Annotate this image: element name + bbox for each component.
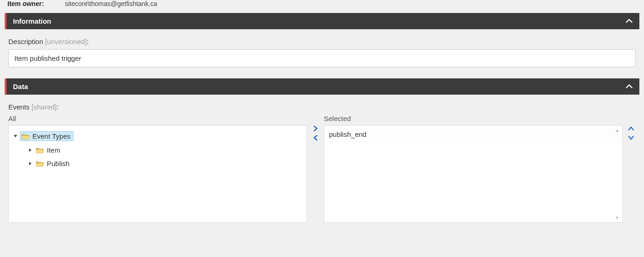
tree-node: Publish bbox=[27, 158, 303, 169]
section-body-information: Description [unversioned]: bbox=[5, 29, 639, 78]
description-label-text: Description bbox=[8, 38, 43, 45]
section-body-data: Events [shared]: All bbox=[5, 95, 639, 234]
all-listbox[interactable]: Event Types Item Publish bbox=[8, 125, 307, 223]
events-meta: [shared] bbox=[32, 103, 57, 111]
move-left-button[interactable] bbox=[313, 135, 318, 141]
events-dual-list: All bbox=[8, 115, 636, 223]
tree-node-inner[interactable]: Publish bbox=[35, 159, 72, 168]
selected-list: publish_end bbox=[324, 126, 622, 143]
tree-children: Item Publish bbox=[13, 145, 303, 169]
chevron-up-icon bbox=[625, 18, 633, 25]
reorder-buttons bbox=[626, 115, 636, 223]
chevron-up-icon bbox=[625, 83, 633, 90]
folder-icon bbox=[36, 147, 44, 154]
all-column-label: All bbox=[8, 115, 307, 122]
colon: : bbox=[57, 103, 58, 111]
tree-node-label: Publish bbox=[47, 160, 69, 167]
events-field-label: Events [shared]: bbox=[8, 103, 636, 111]
scroll-up-icon[interactable]: ▲ bbox=[614, 128, 620, 133]
tree-collapse-icon[interactable] bbox=[13, 134, 18, 139]
description-meta: [unversioned] bbox=[45, 38, 87, 45]
tree-node-root: Event Types bbox=[13, 130, 303, 142]
folder-icon bbox=[36, 160, 44, 167]
move-up-button[interactable] bbox=[628, 126, 634, 132]
colon: : bbox=[87, 38, 88, 45]
events-label-text: Events bbox=[8, 103, 30, 111]
tree-node: Item bbox=[27, 145, 303, 155]
move-down-button[interactable] bbox=[628, 135, 634, 141]
selected-column-label: Selected bbox=[324, 115, 623, 122]
selected-item[interactable]: publish_end bbox=[329, 129, 618, 139]
tree-expand-icon[interactable] bbox=[27, 161, 33, 167]
selected-column: Selected ▲ publish_end ▼ bbox=[324, 115, 623, 223]
move-buttons bbox=[311, 115, 320, 223]
move-right-button[interactable] bbox=[313, 126, 318, 132]
item-owner-value: sitecore\thomas@getfishtank.ca bbox=[65, 0, 157, 7]
section-header-data[interactable]: Data bbox=[5, 78, 639, 95]
tree-node-inner[interactable]: Item bbox=[35, 146, 63, 154]
description-field-label: Description [unversioned]: bbox=[8, 38, 636, 45]
section-title-data: Data bbox=[13, 83, 28, 90]
selected-listbox[interactable]: ▲ publish_end ▼ bbox=[324, 125, 623, 223]
description-input[interactable] bbox=[8, 49, 636, 67]
tree-expand-icon[interactable] bbox=[27, 148, 33, 153]
events-tree: Event Types Item Publish bbox=[9, 126, 307, 176]
tree-node-label: Item bbox=[47, 146, 60, 154]
section-title-information: Information bbox=[13, 17, 51, 25]
item-owner-label: Item owner: bbox=[7, 0, 54, 7]
section-header-information[interactable]: Information bbox=[5, 13, 639, 29]
scroll-down-icon[interactable]: ▼ bbox=[614, 215, 620, 220]
tree-node-label: Event Types bbox=[32, 132, 70, 140]
folder-icon bbox=[21, 133, 30, 140]
item-owner-row: Item owner: sitecore\thomas@getfishtank.… bbox=[5, 0, 639, 13]
all-column: All bbox=[8, 115, 307, 223]
tree-node-inner[interactable]: Event Types bbox=[20, 131, 74, 141]
